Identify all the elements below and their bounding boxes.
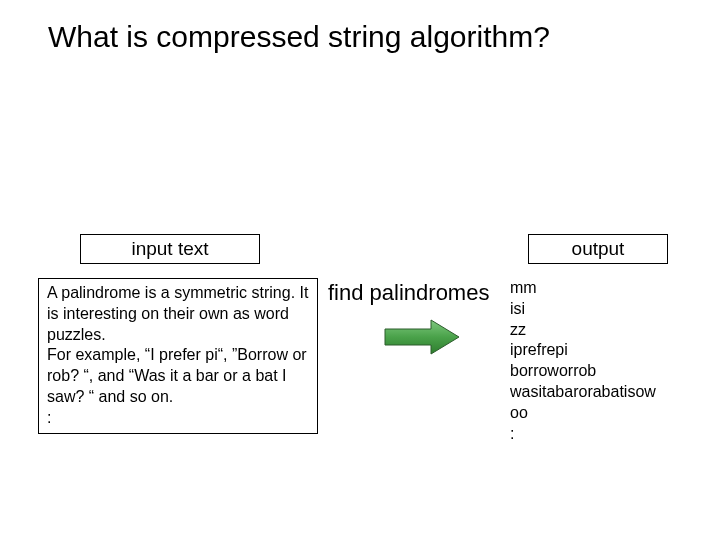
output-item: iprefrepi	[510, 340, 656, 361]
output-item: zz	[510, 320, 656, 341]
input-label-box: input text	[80, 234, 260, 264]
input-text-box: A palindrome is a symmetric string. It i…	[38, 278, 318, 434]
output-item: :	[510, 424, 656, 445]
output-item: mm	[510, 278, 656, 299]
arrow-right-icon	[383, 318, 461, 356]
output-list: mmisizziprefrepiborroworrobwasitabarorab…	[510, 278, 656, 444]
svg-marker-0	[385, 320, 459, 354]
find-palindromes-label: find palindromes	[328, 280, 489, 306]
output-item: wasitabarorabatisow	[510, 382, 656, 403]
slide-title: What is compressed string algorithm?	[0, 0, 720, 54]
output-item: oo	[510, 403, 656, 424]
output-item: borroworrob	[510, 361, 656, 382]
output-item: isi	[510, 299, 656, 320]
output-label-box: output	[528, 234, 668, 264]
